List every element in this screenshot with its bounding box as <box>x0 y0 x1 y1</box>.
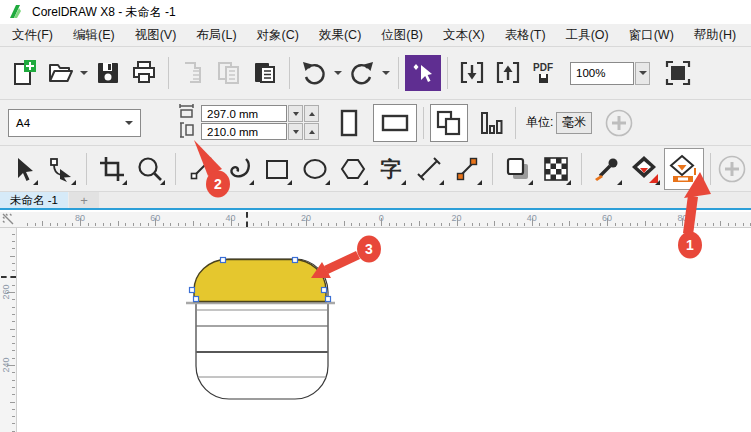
page-size-combo[interactable]: A4 <box>8 109 141 137</box>
toolbox-plus-icon[interactable] <box>717 154 747 184</box>
landscape-orientation-button[interactable] <box>373 104 417 142</box>
ruler-tick <box>125 223 126 226</box>
menu-tools[interactable]: 工具(O) <box>556 24 619 47</box>
all-pages-button[interactable] <box>430 104 468 142</box>
menu-bitmaps[interactable]: 位图(B) <box>371 24 433 47</box>
connector-tool[interactable] <box>448 149 486 189</box>
drop-shadow-tool[interactable] <box>499 149 537 189</box>
polygon-tool[interactable] <box>334 149 372 189</box>
shape-tool-icon <box>47 155 75 183</box>
ruler-tick <box>351 223 352 226</box>
ellipse-tool[interactable] <box>296 149 334 189</box>
ruler-tick <box>103 223 104 226</box>
page-width-field[interactable]: 297.0 mm <box>201 105 287 122</box>
ruler-tick <box>10 256 15 257</box>
ruler-tick <box>517 223 518 226</box>
zoom-tool[interactable] <box>131 149 169 189</box>
menu-help[interactable]: 帮助(H) <box>684 24 746 47</box>
ruler-tick <box>306 218 307 226</box>
ruler-tick <box>502 223 503 226</box>
units-dropdown[interactable]: 毫米 <box>556 112 592 134</box>
ruler-tick <box>622 223 623 226</box>
customize-plus-icon[interactable] <box>604 108 634 138</box>
polygon-tool-icon <box>339 155 367 183</box>
menu-view[interactable]: 视图(V) <box>125 24 187 47</box>
save-icon <box>95 60 121 86</box>
new-document-button[interactable] <box>6 55 42 91</box>
export-button[interactable] <box>490 55 526 91</box>
ruler-tick <box>562 223 563 226</box>
dimension-tool[interactable] <box>410 149 448 189</box>
save-button[interactable] <box>90 55 126 91</box>
new-document-tab-button[interactable]: + <box>69 192 99 208</box>
curve-node[interactable] <box>194 297 199 302</box>
redo-dropdown[interactable] <box>380 55 392 91</box>
menu-object[interactable]: 对象(C) <box>247 24 309 47</box>
smart-fill-tool[interactable] <box>664 148 704 190</box>
document-tab-active[interactable]: 未命名 -1 <box>0 192 68 208</box>
import-icon <box>458 59 486 87</box>
shape-tool[interactable] <box>42 149 80 189</box>
ruler-origin-icon[interactable] <box>1 212 16 227</box>
ruler-tick <box>547 223 548 226</box>
curve-node[interactable] <box>322 288 327 293</box>
zoom-level-combo[interactable]: 100% <box>570 62 634 85</box>
menu-text[interactable]: 文本(X) <box>433 24 495 47</box>
ruler-tick <box>12 336 15 337</box>
curve-node[interactable] <box>221 258 226 263</box>
page-width-spin-up[interactable] <box>304 105 319 122</box>
zoom-level-dropdown[interactable] <box>635 62 650 85</box>
ruler-tick <box>426 223 427 226</box>
page-width-value: 297.0 mm <box>207 108 258 120</box>
drawing-canvas[interactable] <box>17 228 751 432</box>
ruler-tick <box>95 223 96 226</box>
menu-file[interactable]: 文件(F) <box>2 24 63 47</box>
page-bars-icon <box>478 110 504 136</box>
curve-node[interactable] <box>326 297 331 302</box>
bspline-tool[interactable] <box>220 149 258 189</box>
page-height-spin-down[interactable] <box>288 123 303 140</box>
publish-pdf-button[interactable]: PDF <box>526 55 560 91</box>
page-height-spin-up[interactable] <box>304 123 319 140</box>
page-height-field[interactable]: 210.0 mm <box>201 123 287 140</box>
color-eyedropper-tool[interactable] <box>588 149 626 189</box>
open-button[interactable] <box>42 55 78 91</box>
menu-effects[interactable]: 效果(C) <box>309 24 371 47</box>
undo-dropdown[interactable] <box>332 55 344 91</box>
menu-window[interactable]: 窗口(W) <box>619 24 684 47</box>
import-button[interactable] <box>454 55 490 91</box>
vertical-ruler[interactable]: 260240 <box>0 228 17 432</box>
ruler-tick <box>223 223 224 226</box>
ruler-tick <box>12 409 15 410</box>
search-content-button[interactable] <box>405 55 441 91</box>
ruler-tick <box>366 223 367 226</box>
paste-button[interactable] <box>247 55 283 91</box>
current-page-button[interactable] <box>473 105 509 141</box>
text-tool[interactable]: 字 <box>372 149 410 189</box>
horizontal-ruler[interactable]: 80604020020406080 <box>0 212 751 228</box>
ruler-tick <box>12 423 15 424</box>
connector-tool-icon <box>453 155 481 183</box>
fullscreen-preview-button[interactable] <box>660 55 696 91</box>
redo-button[interactable] <box>344 55 380 91</box>
open-dropdown[interactable] <box>78 55 90 91</box>
portrait-orientation-button[interactable] <box>331 105 367 141</box>
menu-bar: 文件(F) 编辑(E) 视图(V) 布局(L) 对象(C) 效果(C) 位图(B… <box>0 24 751 47</box>
ruler-tick <box>193 221 194 226</box>
menu-layout[interactable]: 布局(L) <box>186 24 246 47</box>
crop-tool[interactable] <box>93 149 131 189</box>
transparency-tool[interactable] <box>537 149 575 189</box>
chevron-down-icon <box>125 121 133 125</box>
interactive-fill-tool[interactable] <box>626 149 664 189</box>
menu-edit[interactable]: 编辑(E) <box>63 24 125 47</box>
notepad-header-shape[interactable] <box>194 260 326 302</box>
page-width-spin-down[interactable] <box>288 105 303 122</box>
menu-table[interactable]: 表格(T) <box>495 24 556 47</box>
curve-node[interactable] <box>190 288 195 293</box>
rectangle-tool[interactable] <box>258 149 296 189</box>
freehand-tool[interactable] <box>182 149 220 189</box>
undo-button[interactable] <box>296 55 332 91</box>
pick-tool[interactable] <box>4 149 42 189</box>
curve-node[interactable] <box>293 258 298 263</box>
print-button[interactable] <box>126 55 162 91</box>
